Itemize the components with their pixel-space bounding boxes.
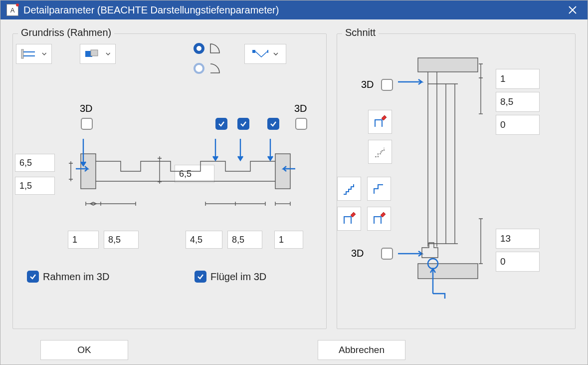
chk-plan-col5[interactable]: [295, 118, 307, 130]
chk-section-top-3d[interactable]: [381, 79, 393, 91]
input-plan-row4[interactable]: 8,5: [227, 231, 262, 249]
section-3d-bottom-label: 3D: [351, 248, 364, 259]
ok-button[interactable]: OK: [40, 340, 128, 360]
svg-rect-8: [275, 154, 290, 189]
combo-opening-symbol[interactable]: [244, 44, 286, 64]
input-plan-row5[interactable]: 1: [274, 231, 303, 249]
svg-rect-6: [267, 50, 268, 53]
chevron-down-icon: [272, 50, 279, 57]
chk-plan-col3[interactable]: [237, 118, 249, 130]
chk-rahmen-3d-label: Rahmen im 3D: [43, 271, 109, 283]
combo-frame-style[interactable]: [16, 44, 52, 64]
group-plan-label: Grundriss (Rahmen): [18, 27, 114, 38]
input-plan-row2[interactable]: 8,5: [104, 231, 139, 249]
group-plan: Grundriss (Rahmen): [12, 33, 327, 329]
chk-rahmen-3d[interactable]: [27, 271, 39, 283]
btn-edit-bottom-right[interactable]: [367, 207, 391, 231]
plan-3d-left-label: 3D: [80, 103, 93, 114]
input-section-4[interactable]: 13: [496, 229, 540, 249]
btn-profile-stair[interactable]: [337, 177, 361, 201]
input-section-3[interactable]: 0: [496, 115, 540, 135]
section-diagram: [398, 54, 496, 309]
sash-style-icon: [84, 48, 101, 60]
btn-profile-step[interactable]: [368, 140, 392, 164]
dialog-footer: OK Abbrechen: [0, 335, 588, 365]
input-plan-row1[interactable]: 1: [68, 231, 99, 249]
combo-sash-style[interactable]: [80, 44, 116, 64]
window-title: Detailparameter (BEACHTE Darstellungstie…: [23, 4, 279, 16]
chevron-down-icon: [105, 50, 111, 57]
svg-rect-5: [252, 50, 255, 53]
group-section-label: Schnitt: [342, 27, 379, 38]
group-section: Schnitt 3D 3D 1 8,5 0 13: [337, 33, 576, 329]
arc-cw-icon: [208, 42, 225, 55]
svg-rect-21: [418, 264, 478, 279]
chk-fluegel-3d[interactable]: [195, 271, 206, 283]
svg-rect-4: [91, 50, 98, 56]
input-plan-a[interactable]: 6,5: [15, 154, 55, 172]
app-icon: A: [6, 4, 18, 16]
btn-edit-bottom-left[interactable]: [337, 207, 361, 231]
dialog-body: Grundriss (Rahmen): [0, 19, 588, 335]
chevron-down-icon: [41, 50, 47, 57]
chk-plan-col4[interactable]: [267, 118, 279, 130]
dialog-window: A Detailparameter (BEACHTE Darstellungst…: [0, 0, 588, 365]
plan-3d-right-label: 3D: [294, 103, 307, 114]
chk-fluegel-3d-label: Flügel im 3D: [210, 271, 266, 283]
svg-rect-20: [418, 58, 478, 72]
chk-plan-col2[interactable]: [215, 118, 227, 130]
chk-section-bottom-3d[interactable]: [381, 248, 393, 260]
chk-plan-col1[interactable]: [81, 118, 93, 130]
section-3d-top-label: 3D: [361, 79, 374, 90]
arc-ccw-icon: [208, 62, 225, 75]
svg-rect-0: [21, 49, 23, 58]
radio-opening-ccw[interactable]: [194, 63, 204, 74]
close-button[interactable]: [564, 1, 582, 19]
frame-style-icon: [20, 48, 37, 60]
cancel-button[interactable]: Abbrechen: [318, 340, 405, 360]
plan-diagram: [56, 134, 315, 229]
opening-symbol-icon: [251, 48, 268, 60]
radio-opening-cw[interactable]: [194, 43, 204, 54]
btn-edit-top[interactable]: [368, 110, 392, 134]
input-plan-row3[interactable]: 4,5: [186, 231, 222, 249]
input-plan-b[interactable]: 1,5: [15, 177, 55, 195]
input-section-1[interactable]: 1: [496, 69, 540, 89]
btn-profile-step2[interactable]: [367, 177, 391, 201]
title-bar: A Detailparameter (BEACHTE Darstellungst…: [0, 0, 588, 19]
input-section-2[interactable]: 8,5: [496, 92, 540, 112]
input-section-5[interactable]: 0: [496, 252, 540, 272]
